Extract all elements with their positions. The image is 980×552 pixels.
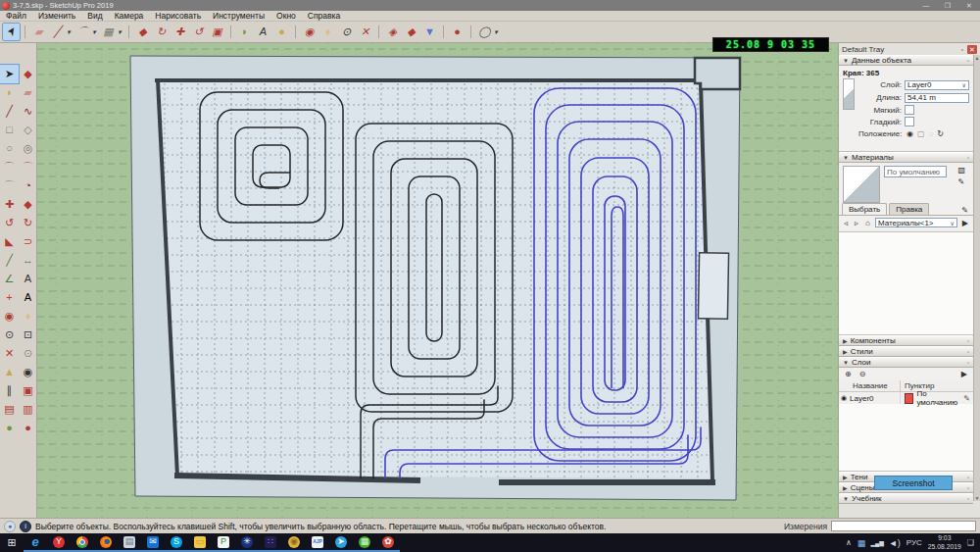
- collapse-icon[interactable]: ▶: [843, 474, 848, 480]
- scroll-up-icon[interactable]: ▲: [975, 55, 980, 61]
- help-icon[interactable]: i: [20, 521, 31, 532]
- section-entity-info[interactable]: ▼ Данные объекта ▫: [839, 55, 973, 66]
- material-name-field[interactable]: По умолчанию: [884, 166, 947, 177]
- protractor-tool[interactable]: ∠: [0, 270, 19, 288]
- menu-item[interactable]: Справка: [302, 11, 346, 21]
- zoom-extents-tool[interactable]: ✕: [0, 344, 19, 363]
- detach-icon[interactable]: ▫: [967, 475, 969, 480]
- three-point-arc-tool[interactable]: ⌒: [0, 176, 19, 195]
- gis-app-icon[interactable]: ▦: [353, 533, 376, 552]
- move-tool[interactable]: ✚: [0, 195, 19, 214]
- text-tool[interactable]: A: [19, 270, 37, 288]
- pan-tool-button[interactable]: ♦: [318, 23, 337, 41]
- collapse-icon[interactable]: ▶: [843, 484, 848, 491]
- dimension-tool[interactable]: ↔: [19, 251, 37, 270]
- rotate-tool[interactable]: ↺: [0, 214, 19, 232]
- tray-pin-icon[interactable]: ▫: [957, 46, 967, 53]
- wall-corner-block[interactable]: [695, 58, 740, 89]
- layer-color-swatch[interactable]: [905, 393, 913, 404]
- rotate-tool-button[interactable]: ↺: [189, 23, 208, 41]
- walk-tool[interactable]: ∥: [0, 381, 19, 400]
- user-account-button[interactable]: ◯: [475, 23, 494, 41]
- section-instructor[interactable]: ▼ Учебник ▫: [839, 493, 973, 504]
- ajp-app-icon[interactable]: AJP: [306, 533, 329, 552]
- orbit-tool-button[interactable]: ◉: [300, 23, 318, 41]
- section-components[interactable]: ▶ Компоненты ▫: [839, 335, 973, 346]
- warehouse-button[interactable]: ◆: [402, 23, 420, 41]
- smooth-checkbox[interactable]: [905, 117, 914, 126]
- display-icon[interactable]: ▦: [858, 538, 866, 548]
- select-tool-button[interactable]: ➤: [2, 23, 21, 41]
- make-component-tool[interactable]: ◆: [19, 65, 37, 83]
- pixel-app-icon[interactable]: ∷: [259, 533, 282, 552]
- minimize-button[interactable]: —: [915, 2, 937, 9]
- detach-icon[interactable]: ▫: [967, 155, 969, 161]
- line-tool-caret[interactable]: ▾: [64, 23, 74, 41]
- axes-tool[interactable]: +: [0, 288, 19, 307]
- section-plane-tool-button[interactable]: ▣: [208, 23, 226, 41]
- section-fill-tool[interactable]: ▤: [0, 400, 19, 419]
- layer-menu-icon[interactable]: ▶: [959, 370, 969, 378]
- mail-app-icon[interactable]: ✉: [141, 533, 165, 552]
- drawing-viewport[interactable]: [37, 43, 838, 518]
- menu-item[interactable]: Изменить: [32, 11, 81, 21]
- add-layer-button[interactable]: ⊕: [843, 370, 854, 378]
- p-app-icon[interactable]: P: [212, 533, 235, 552]
- paint-details-icon[interactable]: ▶: [960, 219, 970, 227]
- wall-opening-right[interactable]: [698, 253, 728, 320]
- orbit-tool[interactable]: ◉: [0, 307, 19, 326]
- menu-item[interactable]: Вид: [81, 11, 108, 21]
- sketchup-icon[interactable]: ✿: [376, 533, 400, 552]
- network-icon[interactable]: ▂▄▆: [870, 539, 883, 546]
- col-name[interactable]: Название: [839, 381, 900, 390]
- tray-close-icon[interactable]: ✕: [967, 45, 977, 54]
- notification-center-icon[interactable]: ❏: [967, 538, 974, 547]
- collapse-icon[interactable]: ▼: [843, 155, 849, 161]
- position-camera-tool[interactable]: ▲: [0, 363, 19, 381]
- menu-item[interactable]: Файл: [0, 11, 32, 21]
- maximize-button[interactable]: ❐: [937, 2, 958, 10]
- two-point-arc-tool[interactable]: ⌒: [19, 158, 37, 176]
- layer-visible-eye-icon[interactable]: ◉: [841, 394, 847, 402]
- skype-icon[interactable]: S: [165, 533, 188, 552]
- add-location-tool[interactable]: ●: [0, 419, 19, 437]
- tape-measure-tool[interactable]: ╱: [0, 251, 19, 270]
- section-styles[interactable]: ▶ Стили ▫: [839, 346, 973, 357]
- firefox-icon[interactable]: [94, 533, 118, 552]
- edge-icon[interactable]: e: [24, 533, 47, 552]
- section-materials[interactable]: ▼ Материалы ▫: [839, 152, 973, 163]
- menu-item[interactable]: Инструменты: [207, 11, 270, 21]
- 3d-text-tool[interactable]: A: [19, 288, 37, 307]
- remove-layer-button[interactable]: ⊖: [858, 370, 868, 378]
- back-arrow-icon[interactable]: ◃: [842, 219, 850, 227]
- tray-scrollbar[interactable]: ▲ ▼: [973, 55, 980, 501]
- collapse-icon[interactable]: ▶: [843, 337, 848, 344]
- offset-tool[interactable]: ⊃: [19, 232, 37, 251]
- close-button[interactable]: ✕: [958, 2, 980, 10]
- create-material-icon[interactable]: ▧: [956, 166, 967, 175]
- section-plane-tool[interactable]: ▣: [19, 381, 37, 400]
- zoom-tool-button[interactable]: ⊙: [337, 23, 356, 41]
- detach-icon[interactable]: ▫: [967, 360, 969, 366]
- hidden-icon[interactable]: ◌: [927, 129, 936, 138]
- detach-icon[interactable]: ▫: [967, 338, 969, 344]
- circle-tool[interactable]: ○: [0, 139, 19, 158]
- freehand-tool[interactable]: ∿: [19, 102, 37, 121]
- rectangle-tool[interactable]: □: [0, 121, 19, 139]
- measurements-input[interactable]: [831, 521, 976, 531]
- section-layers[interactable]: ▼ Слои ▫: [839, 357, 973, 368]
- paint-bucket-tool[interactable]: ◗: [0, 83, 19, 102]
- h-app-icon[interactable]: ✳: [235, 533, 259, 552]
- rectangle-tool-caret[interactable]: ▾: [115, 23, 124, 41]
- visible-eye-icon[interactable]: ◉: [905, 129, 915, 138]
- push-pull-tool-button[interactable]: ◆: [133, 23, 152, 41]
- layer-row[interactable]: ◉ Layer0 По умолчанию ✎: [839, 392, 973, 404]
- arc-tool-caret[interactable]: ▾: [89, 23, 99, 41]
- collapse-icon[interactable]: ▼: [843, 58, 849, 64]
- lock-icon[interactable]: ▢: [915, 129, 927, 138]
- rotated-rectangle-tool[interactable]: ◇: [19, 121, 37, 139]
- zoom-tool[interactable]: ⊙: [0, 326, 19, 344]
- yandex-browser-icon[interactable]: Y: [47, 533, 71, 552]
- forward-arrow-icon[interactable]: ▹: [853, 219, 860, 227]
- push-pull-tool[interactable]: ◆: [19, 195, 37, 214]
